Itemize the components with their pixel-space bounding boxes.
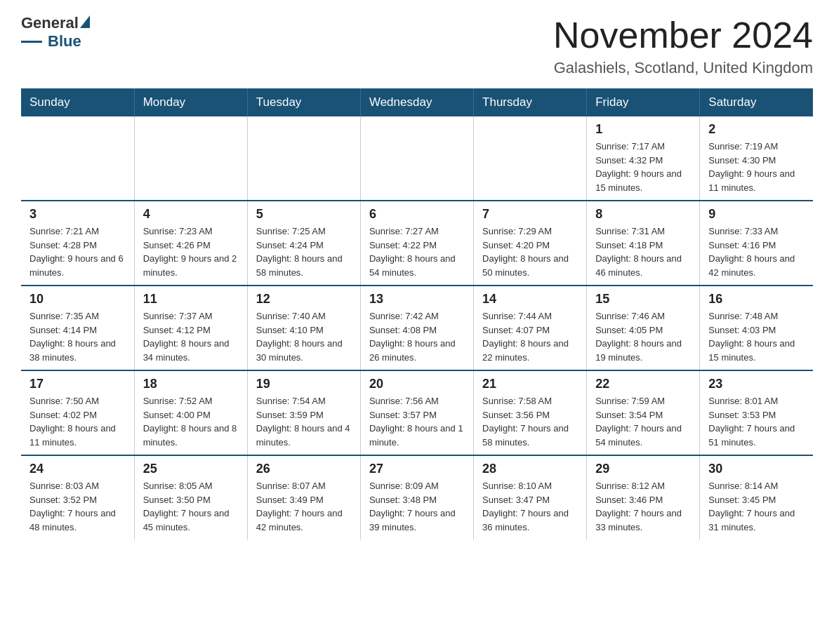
day-number: 28 [482,462,578,476]
day-number: 12 [256,292,352,307]
day-number: 13 [369,292,465,307]
day-number: 23 [708,377,805,391]
week-row-4: 17Sunrise: 7:50 AM Sunset: 4:02 PM Dayli… [21,370,813,455]
day-info: Sunrise: 8:09 AM Sunset: 3:48 PM Dayligh… [369,479,465,534]
month-title: November 2024 [553,14,813,56]
day-number: 30 [708,462,805,476]
day-number: 15 [595,292,691,307]
location-title: Galashiels, Scotland, United Kingdom [553,59,813,77]
day-info: Sunrise: 7:44 AM Sunset: 4:07 PM Dayligh… [482,309,578,364]
calendar-cell: 20Sunrise: 7:56 AM Sunset: 3:57 PM Dayli… [360,370,473,455]
day-info: Sunrise: 7:35 AM Sunset: 4:14 PM Dayligh… [29,309,126,364]
calendar-cell: 18Sunrise: 7:52 AM Sunset: 4:00 PM Dayli… [134,370,247,455]
calendar-cell: 13Sunrise: 7:42 AM Sunset: 4:08 PM Dayli… [360,286,473,370]
week-row-1: 1Sunrise: 7:17 AM Sunset: 4:32 PM Daylig… [21,116,813,201]
week-row-2: 3Sunrise: 7:21 AM Sunset: 4:28 PM Daylig… [21,201,813,286]
day-info: Sunrise: 7:54 AM Sunset: 3:59 PM Dayligh… [256,394,352,449]
header-cell-saturday: Saturday [700,88,813,116]
calendar-cell: 10Sunrise: 7:35 AM Sunset: 4:14 PM Dayli… [21,286,134,370]
day-number: 10 [29,292,126,307]
day-info: Sunrise: 7:48 AM Sunset: 4:03 PM Dayligh… [708,309,805,364]
header-cell-thursday: Thursday [474,88,587,116]
calendar-cell [474,116,587,201]
calendar-cell: 29Sunrise: 8:12 AM Sunset: 3:46 PM Dayli… [587,455,700,539]
day-number: 20 [369,377,465,391]
calendar-cell: 24Sunrise: 8:03 AM Sunset: 3:52 PM Dayli… [21,455,134,539]
header-cell-wednesday: Wednesday [360,88,473,116]
day-number: 6 [369,207,465,222]
day-info: Sunrise: 7:27 AM Sunset: 4:22 PM Dayligh… [369,224,465,279]
day-number: 24 [29,462,126,476]
calendar-cell: 8Sunrise: 7:31 AM Sunset: 4:18 PM Daylig… [587,201,700,286]
day-info: Sunrise: 7:46 AM Sunset: 4:05 PM Dayligh… [595,309,691,364]
day-number: 16 [708,292,805,307]
day-number: 8 [595,207,691,222]
calendar-cell: 19Sunrise: 7:54 AM Sunset: 3:59 PM Dayli… [247,370,360,455]
calendar-cell: 28Sunrise: 8:10 AM Sunset: 3:47 PM Dayli… [474,455,587,539]
day-number: 27 [369,462,465,476]
logo-blue-label: Blue [48,32,81,51]
calendar-cell [360,116,473,201]
calendar-cell: 16Sunrise: 7:48 AM Sunset: 4:03 PM Dayli… [700,286,813,370]
day-info: Sunrise: 7:33 AM Sunset: 4:16 PM Dayligh… [708,224,805,279]
day-info: Sunrise: 7:58 AM Sunset: 3:56 PM Dayligh… [482,394,578,449]
header-cell-friday: Friday [587,88,700,116]
day-info: Sunrise: 8:03 AM Sunset: 3:52 PM Dayligh… [29,479,126,534]
day-info: Sunrise: 7:40 AM Sunset: 4:10 PM Dayligh… [256,309,352,364]
calendar-cell: 27Sunrise: 8:09 AM Sunset: 3:48 PM Dayli… [360,455,473,539]
day-info: Sunrise: 7:23 AM Sunset: 4:26 PM Dayligh… [143,224,239,279]
header-cell-sunday: Sunday [21,88,134,116]
header-cell-monday: Monday [134,88,247,116]
calendar-cell: 30Sunrise: 8:14 AM Sunset: 3:45 PM Dayli… [700,455,813,539]
day-number: 1 [595,122,691,137]
calendar-cell: 14Sunrise: 7:44 AM Sunset: 4:07 PM Dayli… [474,286,587,370]
day-number: 29 [595,462,691,476]
day-info: Sunrise: 7:42 AM Sunset: 4:08 PM Dayligh… [369,309,465,364]
day-info: Sunrise: 8:10 AM Sunset: 3:47 PM Dayligh… [482,479,578,534]
page-header: General Blue November 2024 Galashiels, S… [21,14,813,77]
calendar-cell: 12Sunrise: 7:40 AM Sunset: 4:10 PM Dayli… [247,286,360,370]
day-info: Sunrise: 7:17 AM Sunset: 4:32 PM Dayligh… [595,140,691,194]
day-number: 9 [708,207,805,222]
calendar-header: SundayMondayTuesdayWednesdayThursdayFrid… [21,88,813,116]
day-number: 5 [256,207,352,222]
week-row-5: 24Sunrise: 8:03 AM Sunset: 3:52 PM Dayli… [21,455,813,539]
day-number: 3 [29,207,126,222]
calendar-cell [21,116,134,201]
logo: General Blue [21,14,90,51]
calendar-cell: 4Sunrise: 7:23 AM Sunset: 4:26 PM Daylig… [134,201,247,286]
logo-triangle-icon [80,15,90,28]
day-info: Sunrise: 8:14 AM Sunset: 3:45 PM Dayligh… [708,479,805,534]
calendar-cell: 26Sunrise: 8:07 AM Sunset: 3:49 PM Dayli… [247,455,360,539]
day-info: Sunrise: 7:52 AM Sunset: 4:00 PM Dayligh… [143,394,239,449]
day-info: Sunrise: 7:56 AM Sunset: 3:57 PM Dayligh… [369,394,465,449]
calendar-cell [134,116,247,201]
day-info: Sunrise: 7:25 AM Sunset: 4:24 PM Dayligh… [256,224,352,279]
day-info: Sunrise: 7:31 AM Sunset: 4:18 PM Dayligh… [595,224,691,279]
calendar-cell: 2Sunrise: 7:19 AM Sunset: 4:30 PM Daylig… [700,116,813,201]
day-info: Sunrise: 7:59 AM Sunset: 3:54 PM Dayligh… [595,394,691,449]
day-number: 22 [595,377,691,391]
calendar-cell: 11Sunrise: 7:37 AM Sunset: 4:12 PM Dayli… [134,286,247,370]
day-info: Sunrise: 8:12 AM Sunset: 3:46 PM Dayligh… [595,479,691,534]
day-info: Sunrise: 7:50 AM Sunset: 4:02 PM Dayligh… [29,394,126,449]
calendar-cell: 25Sunrise: 8:05 AM Sunset: 3:50 PM Dayli… [134,455,247,539]
day-info: Sunrise: 7:37 AM Sunset: 4:12 PM Dayligh… [143,309,239,364]
week-row-3: 10Sunrise: 7:35 AM Sunset: 4:14 PM Dayli… [21,286,813,370]
calendar-cell: 23Sunrise: 8:01 AM Sunset: 3:53 PM Dayli… [700,370,813,455]
title-area: November 2024 Galashiels, Scotland, Unit… [553,14,813,77]
logo-line [21,41,42,43]
day-number: 11 [143,292,239,307]
calendar-cell: 3Sunrise: 7:21 AM Sunset: 4:28 PM Daylig… [21,201,134,286]
calendar-body: 1Sunrise: 7:17 AM Sunset: 4:32 PM Daylig… [21,116,813,539]
header-cell-tuesday: Tuesday [247,88,360,116]
day-number: 25 [143,462,239,476]
logo-general-text: General [21,14,90,32]
logo-general-label: General [21,14,79,32]
day-number: 7 [482,207,578,222]
day-info: Sunrise: 7:21 AM Sunset: 4:28 PM Dayligh… [29,224,126,279]
day-number: 14 [482,292,578,307]
day-number: 19 [256,377,352,391]
day-info: Sunrise: 8:01 AM Sunset: 3:53 PM Dayligh… [708,394,805,449]
calendar-cell: 6Sunrise: 7:27 AM Sunset: 4:22 PM Daylig… [360,201,473,286]
